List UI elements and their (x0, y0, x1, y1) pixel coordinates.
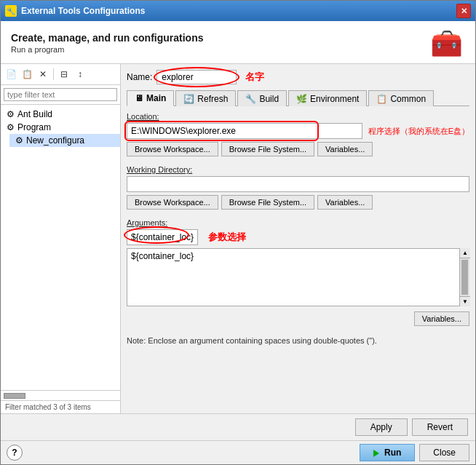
left-panel: 📄 📋 ✕ ⊟ ↕ ⚙ Ant Build ⚙ Program (1, 64, 121, 413)
arguments-textarea[interactable]: ${container_loc} (127, 248, 469, 306)
arguments-first-row: ${container_loc} 参数选择 (127, 229, 469, 245)
header-title: Create, manage, and run configurations (11, 32, 204, 44)
tab-environment[interactable]: 🌿 Environment (288, 90, 367, 106)
ant-icon: ⚙ (7, 109, 15, 119)
location-input[interactable] (127, 123, 362, 139)
delete-config-button[interactable]: ✕ (36, 67, 50, 82)
location-section: Location: 程序选择（我的系统在E盘） Browse Workspace… (127, 112, 469, 159)
location-browse-workspace-button[interactable]: Browse Workspace... (127, 142, 218, 156)
tab-build[interactable]: 🔧 Build (237, 90, 287, 106)
run-button[interactable]: Run (360, 444, 416, 461)
location-row: 程序选择（我的系统在E盘） (127, 123, 469, 139)
common-tab-icon: 📋 (376, 94, 387, 104)
help-button[interactable]: ? (7, 445, 23, 461)
close-button[interactable]: Close (419, 444, 469, 461)
name-annotation: 名字 (245, 71, 264, 84)
main-tab-icon: 🖥 (135, 93, 143, 103)
workdir-variables-button[interactable]: Variables... (317, 195, 373, 210)
title-bar-icon: 🔧 (5, 5, 17, 17)
header-left: Create, manage, and run configurations R… (11, 32, 204, 54)
location-btn-row: Browse Workspace... Browse File System..… (127, 142, 469, 156)
tree-item-program[interactable]: ⚙ Program (1, 121, 120, 134)
environment-tab-label: Environment (310, 94, 359, 104)
location-annotation: 程序选择（我的系统在E盘） (368, 126, 469, 137)
args-scrollbar: ▲ ▼ (459, 248, 469, 306)
arg-annotation: 参数选择 (208, 231, 246, 244)
args-scroll-down[interactable]: ▼ (460, 296, 470, 306)
build-tab-icon: 🔧 (245, 94, 256, 104)
sort-button[interactable]: ↕ (73, 67, 87, 82)
arguments-label: Arguments: (127, 218, 469, 227)
toolbar-separator (53, 68, 54, 80)
tab-bar: 🖥 Main 🔄 Refresh 🔧 Build 🌿 Environment 📋 (127, 90, 469, 106)
location-variables-button[interactable]: Variables... (317, 142, 373, 156)
tree-group-program: ⚙ New_configura (1, 134, 120, 147)
tab-main[interactable]: 🖥 Main (127, 90, 174, 106)
args-scroll-up[interactable]: ▲ (460, 248, 470, 258)
program-icon: ⚙ (7, 122, 15, 132)
location-browse-filesystem-button[interactable]: Browse File System... (221, 142, 314, 156)
name-input-wrapper (156, 70, 237, 84)
working-dir-input[interactable] (127, 176, 469, 192)
filter-input[interactable] (4, 88, 117, 101)
environment-tab-icon: 🌿 (296, 94, 307, 104)
location-input-wrapper (127, 123, 362, 139)
working-dir-input-row (127, 176, 469, 192)
header: Create, manage, and run configurations R… (1, 21, 475, 64)
title-bar-text: External Tools Configurations (21, 6, 456, 16)
tab-common[interactable]: 📋 Common (368, 90, 434, 106)
common-tab-label: Common (390, 94, 426, 104)
name-row: Name: 名字 (127, 70, 469, 84)
arguments-section: Arguments: ${container_loc} 参数选择 ${conta… (127, 218, 469, 326)
working-dir-btn-row: Browse Workspace... Browse File System..… (127, 195, 469, 210)
footer: ? Run Close (1, 440, 475, 464)
location-label: Location: (127, 112, 469, 121)
close-window-button[interactable]: ✕ (456, 4, 471, 18)
bottom-bar: Apply Revert (1, 413, 475, 440)
workdir-browse-workspace-button[interactable]: Browse Workspace... (127, 195, 218, 210)
run-icon (373, 450, 379, 457)
name-input[interactable] (156, 70, 237, 84)
main-tab-label: Main (146, 93, 166, 103)
filter-box (1, 85, 120, 105)
tree-item-label: Ant Build (17, 109, 52, 119)
tree-item-new-configuration[interactable]: ⚙ New_configura (9, 134, 120, 147)
left-toolbar: 📄 📋 ✕ ⊟ ↕ (1, 64, 120, 85)
tree: ⚙ Ant Build ⚙ Program ⚙ New_configura (1, 105, 120, 390)
footer-right: Run Close (360, 444, 469, 461)
tree-item-ant-build[interactable]: ⚙ Ant Build (1, 108, 120, 121)
arg-value-display: ${container_loc} (127, 229, 198, 245)
main-window: 🔧 External Tools Configurations ✕ Create… (0, 0, 476, 465)
copy-config-button[interactable]: 📋 (20, 67, 34, 82)
scroll-thumb[interactable] (4, 393, 25, 399)
working-dir-label: Working Directory: (127, 165, 469, 174)
run-label: Run (384, 448, 401, 458)
variables-row: Variables... (127, 311, 469, 326)
config-icon: ⚙ (15, 135, 23, 146)
apply-button[interactable]: Apply (355, 418, 408, 436)
tree-sub-item-label: New_configura (26, 135, 84, 146)
new-config-button[interactable]: 📄 (4, 67, 18, 82)
args-scroll-thumb[interactable] (461, 260, 468, 295)
tab-refresh[interactable]: 🔄 Refresh (175, 90, 236, 106)
working-dir-section: Working Directory: Browse Workspace... B… (127, 165, 469, 212)
build-tab-label: Build (259, 94, 279, 104)
collapse-button[interactable]: ⊟ (57, 67, 71, 82)
horizontal-scrollbar[interactable] (1, 390, 120, 400)
header-subtitle: Run a program (11, 45, 204, 54)
arg-circle-wrapper: ${container_loc} (127, 229, 198, 245)
right-panel: Name: 名字 🖥 Main 🔄 Refresh 🔧 (121, 64, 475, 413)
revert-button[interactable]: Revert (412, 418, 468, 436)
args-wrapper: ${container_loc} ▲ ▼ (127, 248, 469, 309)
tree-item-label: Program (17, 122, 51, 132)
filter-status: Filter matched 3 of 3 items (1, 400, 120, 413)
workdir-browse-filesystem-button[interactable]: Browse File System... (221, 195, 314, 210)
refresh-tab-label: Refresh (197, 94, 228, 104)
name-label: Name: (127, 72, 152, 82)
refresh-tab-icon: 🔄 (183, 94, 194, 104)
args-variables-button[interactable]: Variables... (414, 311, 469, 326)
toolbox-icon: 🧰 (430, 28, 465, 57)
title-bar: 🔧 External Tools Configurations ✕ (1, 1, 475, 21)
main-content: 📄 📋 ✕ ⊟ ↕ ⚙ Ant Build ⚙ Program (1, 64, 475, 413)
note-text: Note: Enclose an argument containing spa… (127, 336, 469, 345)
